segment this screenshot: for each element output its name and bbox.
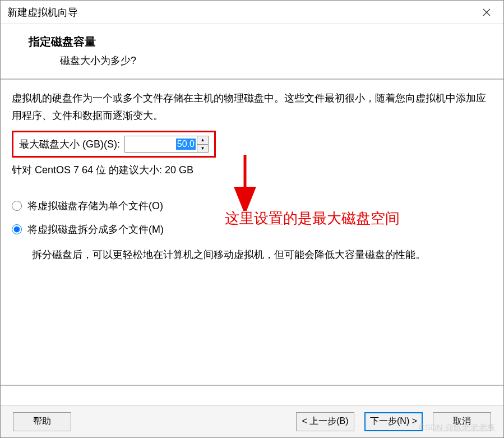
close-button[interactable] — [477, 4, 497, 21]
window-title: 新建虚拟机向导 — [7, 6, 78, 19]
page-subtitle: 磁盘大小为多少? — [29, 54, 481, 67]
max-size-label: 最大磁盘大小 (GB)(S): — [19, 137, 120, 151]
radio-single-file[interactable] — [12, 201, 22, 211]
wizard-content: 虚拟机的硬盘作为一个或多个文件存储在主机的物理磁盘中。这些文件最初很小，随着您向… — [1, 79, 503, 386]
radio-single-file-label[interactable]: 将虚拟磁盘存储为单个文件(O) — [27, 199, 163, 213]
title-bar: 新建虚拟机向导 — [1, 1, 503, 24]
wizard-header: 指定磁盘容量 磁盘大小为多少? — [1, 24, 503, 79]
watermark-text: CSDN @陈老老老板 — [419, 422, 496, 433]
recommended-size-text: 针对 CentOS 7 64 位 的建议大小: 20 GB — [12, 163, 492, 177]
spinner-down-button[interactable]: ▼ — [197, 145, 208, 153]
radio-split-file[interactable] — [12, 224, 22, 234]
split-description: 拆分磁盘后，可以更轻松地在计算机之间移动虚拟机，但可能会降低大容量磁盘的性能。 — [12, 246, 492, 264]
close-icon — [483, 8, 491, 16]
spinner-buttons: ▲ ▼ — [197, 136, 208, 152]
page-title: 指定磁盘容量 — [29, 34, 481, 49]
back-button[interactable]: < 上一步(B) — [296, 412, 354, 431]
radio-single-file-row: 将虚拟磁盘存储为单个文件(O) — [12, 199, 492, 213]
radio-split-file-row: 将虚拟磁盘拆分成多个文件(M) — [12, 223, 492, 236]
spinner-up-button[interactable]: ▲ — [197, 136, 208, 145]
max-size-highlight: 最大磁盘大小 (GB)(S): 50.0 ▲ ▼ — [12, 131, 216, 158]
radio-split-file-label[interactable]: 将虚拟磁盘拆分成多个文件(M) — [27, 223, 164, 236]
disk-size-value: 50.0 — [176, 139, 196, 150]
disk-description: 虚拟机的硬盘作为一个或多个文件存储在主机的物理磁盘中。这些文件最初很小，随着您向… — [12, 90, 492, 124]
help-button[interactable]: 帮助 — [13, 412, 71, 431]
next-button[interactable]: 下一步(N) > — [364, 412, 423, 431]
disk-size-input[interactable]: 50.0 — [125, 136, 197, 152]
disk-size-spinner[interactable]: 50.0 ▲ ▼ — [124, 136, 209, 153]
